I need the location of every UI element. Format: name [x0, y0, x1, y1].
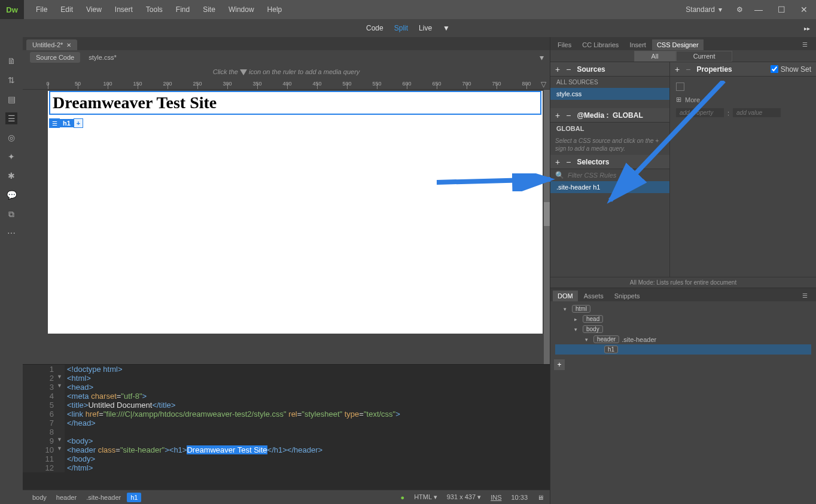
dom-node[interactable]: ▾html [555, 304, 811, 314]
show-set-toggle[interactable]: Show Set [771, 65, 811, 74]
menu-help[interactable]: Help [261, 2, 288, 17]
status-size[interactable]: 931 x 437 ▾ [447, 493, 481, 501]
add-media-button[interactable]: + [555, 111, 560, 120]
menu-file[interactable]: File [30, 2, 53, 17]
menu-insert[interactable]: Insert [109, 2, 139, 17]
scrollbar-track[interactable] [544, 90, 550, 364]
right-panel-tabs: FilesCC LibrariesInsertCSS Designer☰ [550, 37, 816, 50]
status-ins[interactable]: INS [491, 494, 501, 501]
live-view-icon[interactable]: ☰ [5, 112, 17, 124]
view-code[interactable]: Code [366, 24, 383, 32]
add-property-input[interactable] [676, 108, 724, 117]
collapse-icon[interactable]: ⧉ [5, 208, 17, 220]
related-file[interactable]: style.css* [89, 54, 116, 61]
dom-tab[interactable]: DOM [553, 291, 578, 301]
panel-tab[interactable]: Insert [625, 39, 651, 50]
more-icon[interactable]: ⊞ [676, 96, 681, 103]
breadcrumb-item[interactable]: h1 [127, 493, 141, 502]
live-canvas[interactable]: Dreamweaver Test Site ☰ h1 + [48, 91, 543, 334]
ruler[interactable]: 0501001502002503003504004505005506006507… [23, 79, 550, 90]
menu-edit[interactable]: Edit [54, 2, 79, 17]
expand-panels-icon[interactable]: ▸▸ [804, 25, 810, 32]
all-sources-label[interactable]: ALL SOURCES [550, 77, 669, 88]
dom-node[interactable]: h1 [555, 344, 811, 355]
dom-tab[interactable]: Snippets [610, 291, 645, 301]
maximize-button[interactable]: ☐ [775, 4, 787, 16]
manage-icon[interactable]: ▤ [5, 93, 17, 105]
ruler-marker-icon[interactable]: ▽ [541, 80, 546, 88]
dom-add-button[interactable]: + [554, 359, 565, 370]
properties-header: + − Properties Show Set [670, 62, 816, 77]
add-value-input[interactable] [733, 108, 781, 117]
menubar: FileEditViewInsertToolsFindSiteWindowHel… [30, 2, 288, 17]
add-source-button[interactable]: + [555, 65, 560, 74]
view-split[interactable]: Split [394, 24, 408, 32]
workspace-switcher[interactable]: Standard▾ [681, 4, 727, 15]
menu-window[interactable]: Window [223, 2, 260, 17]
selected-h1-element[interactable]: Dreamweaver Test Site [49, 91, 541, 115]
dom-tree[interactable]: ▾html▸head▾body▾header .site-headerh1 [550, 301, 816, 357]
file-icon[interactable]: 🗎 [5, 55, 17, 67]
filter-icon[interactable]: ▾ [540, 53, 544, 62]
status-preview-icon[interactable]: 🖥 [537, 494, 544, 501]
more-icon[interactable]: ⋯ [5, 227, 17, 239]
scrollbar-thumb[interactable] [544, 202, 550, 226]
media-global[interactable]: GLOBAL [550, 123, 669, 135]
remove-media-button[interactable]: − [566, 111, 571, 120]
breadcrumb-item[interactable]: .site-header [83, 493, 124, 502]
media-hint-text: Select a CSS source and click on the + s… [550, 135, 669, 155]
close-button[interactable]: ✕ [798, 4, 810, 16]
remove-source-button[interactable]: − [566, 65, 571, 74]
minimize-button[interactable]: — [753, 4, 765, 16]
close-tab-icon[interactable]: ✕ [66, 42, 71, 48]
breadcrumb-item[interactable]: body [29, 493, 50, 502]
breadcrumb-item[interactable]: header [53, 493, 80, 502]
css-tab-all[interactable]: All [634, 51, 676, 62]
menu-site[interactable]: Site [197, 2, 221, 17]
panel-tab[interactable]: Files [553, 39, 576, 50]
dom-node[interactable]: ▸head [555, 314, 811, 324]
document-view-toolbar: Code Split Live ▼ ▸▸ [0, 19, 816, 37]
panel-menu-icon[interactable]: ☰ [797, 39, 812, 50]
comment-icon[interactable]: 💬 [5, 189, 17, 201]
menu-find[interactable]: Find [170, 2, 196, 17]
app-logo: Dw [0, 0, 24, 19]
dom-tab[interactable]: Assets [579, 291, 608, 301]
add-selector-button[interactable]: + [555, 157, 560, 167]
panel-tab[interactable]: CSS Designer [652, 39, 704, 50]
live-options-dropdown[interactable]: ▼ [443, 24, 450, 32]
git-icon[interactable]: ⇅ [5, 74, 17, 86]
filter-selectors-row: 🔍 [550, 169, 669, 181]
category-icon[interactable] [676, 83, 684, 91]
source-code-pill[interactable]: Source Code [30, 52, 80, 63]
css-tab-current[interactable]: Current [676, 51, 733, 62]
titlebar: Dw FileEditViewInsertToolsFindSiteWindow… [0, 0, 816, 19]
panel-tab[interactable]: CC Libraries [577, 39, 623, 50]
status-lang[interactable]: HTML ▾ [414, 493, 437, 501]
dom-node[interactable]: ▾header .site-header [555, 334, 811, 344]
link-icon[interactable]: ✱ [5, 170, 17, 182]
document-tab[interactable]: Untitled-2*✕ [26, 39, 77, 50]
inspect-icon[interactable]: ◎ [5, 132, 17, 143]
code-editor[interactable]: 1<!doctype html>2▼<html>3▼<head>4<meta c… [23, 364, 550, 490]
selectors-header: + − Selectors [550, 155, 669, 169]
menu-view[interactable]: View [80, 2, 108, 17]
selector-item[interactable]: .site-header h1 [550, 181, 669, 193]
filter-css-input[interactable] [568, 172, 665, 179]
dom-panel-menu-icon[interactable]: ☰ [797, 291, 812, 301]
left-toolbar: 🗎 ⇅ ▤ ☰ ◎ ✦ ✱ 💬 ⧉ ⋯ [0, 37, 23, 504]
menu-tools[interactable]: Tools [140, 2, 169, 17]
wand-icon[interactable]: ✦ [5, 151, 17, 163]
add-class-icon[interactable]: + [74, 118, 83, 128]
status-bar: bodyheader.site-headerh1 ● HTML ▾ 931 x … [23, 490, 550, 504]
element-display-badge[interactable]: ☰ h1 + [49, 118, 83, 128]
sync-settings-icon[interactable]: ⚙ [736, 5, 743, 14]
dom-node[interactable]: ▾body [555, 324, 811, 334]
source-item[interactable]: style.css [550, 88, 669, 100]
media-header: + − @Media : GLOBAL [550, 108, 669, 123]
add-property-button[interactable]: + [675, 65, 680, 74]
element-menu-icon[interactable]: ☰ [49, 118, 60, 128]
dom-panel-tabs: DOMAssetsSnippets☰ [550, 288, 816, 301]
view-live[interactable]: Live [419, 24, 432, 32]
remove-selector-button[interactable]: − [566, 157, 571, 167]
